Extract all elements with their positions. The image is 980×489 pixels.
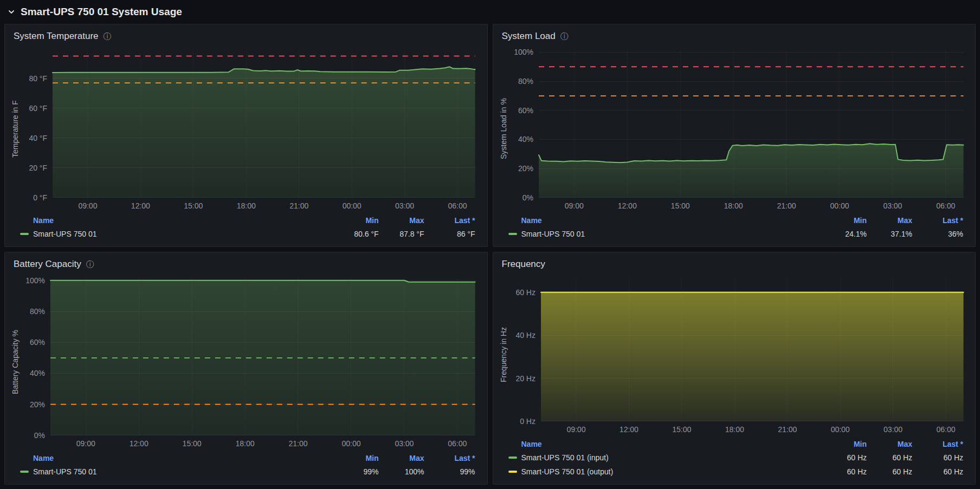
series-name[interactable]: Smart-UPS 750 01 (input): [521, 453, 609, 462]
series-color-swatch[interactable]: [508, 471, 517, 473]
svg-text:0 Hz: 0 Hz: [520, 417, 536, 426]
legend-header-min[interactable]: Min: [817, 216, 867, 225]
series-name[interactable]: Smart-UPS 750 01: [521, 230, 585, 238]
svg-text:100%: 100%: [25, 276, 45, 285]
svg-text:12:00: 12:00: [130, 439, 149, 448]
panel-header: Frequency ⓘ: [493, 252, 976, 272]
y-axis-label: Frequency in Hz: [498, 273, 510, 436]
svg-text:06:00: 06:00: [448, 439, 467, 448]
legend-row: Smart-UPS 750 01 (output) 60 Hz 60 Hz 60…: [508, 465, 964, 479]
legend-header-max[interactable]: Max: [867, 216, 912, 225]
series-name[interactable]: Smart-UPS 750 01: [33, 230, 97, 238]
series-color-swatch[interactable]: [20, 471, 29, 473]
svg-text:09:00: 09:00: [76, 439, 95, 448]
svg-text:21:00: 21:00: [778, 425, 797, 434]
panel-body: Battery Capacity % 0%20%40%60%80%100%09:…: [5, 272, 487, 451]
legend: Name Min Max Last * Smart-UPS 750 01 24.…: [493, 213, 976, 246]
series-last-value: 36%: [912, 230, 963, 238]
panel-title[interactable]: Frequency: [502, 259, 545, 270]
legend-header-last[interactable]: Last *: [424, 454, 475, 462]
legend-header-max[interactable]: Max: [867, 440, 912, 448]
legend-row: Smart-UPS 750 01 80.6 °F 87.8 °F 86 °F: [20, 227, 475, 241]
frequency-chart[interactable]: 0 Hz20 Hz40 Hz60 Hz09:0012:0015:0018:002…: [510, 273, 969, 436]
legend-header-min[interactable]: Min: [329, 454, 379, 462]
series-last-value: 99%: [424, 467, 475, 476]
system-temperature-chart[interactable]: 0 °F20 °F40 °F60 °F80 °F09:0012:0015:001…: [21, 45, 481, 213]
legend-header-min[interactable]: Min: [817, 440, 867, 448]
svg-text:80%: 80%: [518, 77, 533, 86]
system-load-chart[interactable]: 0%20%40%60%80%100%09:0012:0015:0018:0021…: [510, 45, 969, 213]
legend-row: Smart-UPS 750 01 24.1% 37.1% 36%: [508, 227, 964, 241]
svg-text:20%: 20%: [30, 400, 45, 409]
svg-text:100%: 100%: [514, 48, 533, 56]
legend-header-name[interactable]: Name: [508, 216, 817, 225]
svg-text:0 °F: 0 °F: [33, 193, 47, 202]
svg-text:21:00: 21:00: [289, 201, 308, 210]
series-max-value: 60 Hz: [867, 453, 912, 462]
series-toggle[interactable]: Smart-UPS 750 01 (input): [508, 453, 817, 462]
series-color-swatch[interactable]: [508, 233, 517, 235]
chart-canvas: 0%20%40%60%80%100%09:0012:0015:0018:0021…: [21, 273, 481, 451]
svg-text:40%: 40%: [30, 369, 45, 377]
panel-header: Battery Capacity ⓘ: [5, 252, 487, 272]
series-toggle[interactable]: Smart-UPS 750 01: [20, 230, 329, 238]
legend-header-last[interactable]: Last *: [912, 216, 963, 225]
svg-text:20 Hz: 20 Hz: [515, 374, 536, 383]
svg-text:06:00: 06:00: [936, 425, 955, 434]
legend-header-max[interactable]: Max: [379, 454, 424, 462]
series-min-value: 99%: [329, 467, 379, 476]
series-name[interactable]: Smart-UPS 750 01: [33, 467, 97, 476]
series-max-value: 60 Hz: [867, 467, 912, 476]
svg-text:18:00: 18:00: [725, 425, 744, 434]
dashboard-row-header[interactable]: Smart-UPS 750 01 System Usage: [0, 0, 980, 24]
svg-text:00:00: 00:00: [341, 439, 360, 448]
svg-text:03:00: 03:00: [395, 439, 414, 448]
svg-text:60 °F: 60 °F: [29, 104, 47, 113]
svg-text:12:00: 12:00: [131, 201, 150, 210]
series-last-value: 60 Hz: [912, 453, 963, 462]
series-toggle[interactable]: Smart-UPS 750 01 (output): [508, 467, 817, 476]
svg-text:03:00: 03:00: [884, 425, 902, 434]
svg-text:0%: 0%: [34, 431, 45, 440]
svg-text:15:00: 15:00: [184, 201, 203, 210]
series-min-value: 24.1%: [817, 230, 867, 238]
chart-canvas: 0%20%40%60%80%100%09:0012:0015:0018:0021…: [510, 45, 969, 213]
legend-header-row: Name Min Max Last *: [508, 438, 964, 451]
legend: Name Min Max Last * Smart-UPS 750 01 80.…: [5, 213, 487, 246]
battery-capacity-chart[interactable]: 0%20%40%60%80%100%09:0012:0015:0018:0021…: [21, 273, 481, 451]
svg-text:40 Hz: 40 Hz: [515, 331, 536, 340]
series-toggle[interactable]: Smart-UPS 750 01: [20, 467, 329, 476]
legend-header-max[interactable]: Max: [379, 216, 424, 225]
legend-header-min[interactable]: Min: [329, 216, 379, 225]
svg-text:21:00: 21:00: [777, 201, 796, 210]
svg-text:00:00: 00:00: [830, 425, 849, 434]
svg-text:00:00: 00:00: [830, 201, 849, 210]
panel-title[interactable]: Battery Capacity: [14, 259, 81, 270]
svg-text:18:00: 18:00: [236, 439, 255, 448]
legend-header-name[interactable]: Name: [508, 440, 817, 448]
series-color-swatch[interactable]: [508, 457, 517, 459]
legend-row: Smart-UPS 750 01 (input) 60 Hz 60 Hz 60 …: [508, 451, 964, 465]
panel-system-load: System Load ⓘ System Load in % 0%20%40%6…: [493, 24, 976, 247]
legend-header-name[interactable]: Name: [20, 454, 329, 462]
panel-title[interactable]: System Temperature: [14, 31, 99, 42]
series-color-swatch[interactable]: [20, 233, 29, 235]
dashboard-row-title[interactable]: Smart-UPS 750 01 System Usage: [21, 6, 182, 18]
series-name[interactable]: Smart-UPS 750 01 (output): [521, 467, 614, 476]
series-last-value: 86 °F: [424, 230, 475, 238]
chevron-down-icon: [7, 7, 16, 17]
info-icon[interactable]: ⓘ: [104, 32, 112, 40]
legend-row: Smart-UPS 750 01 99% 100% 99%: [20, 465, 475, 479]
legend-header-last[interactable]: Last *: [912, 440, 963, 448]
info-icon[interactable]: ⓘ: [560, 32, 569, 40]
panel-battery-capacity: Battery Capacity ⓘ Battery Capacity % 0%…: [4, 252, 488, 485]
svg-text:20 °F: 20 °F: [29, 164, 47, 172]
svg-text:06:00: 06:00: [448, 201, 467, 210]
svg-text:15:00: 15:00: [672, 425, 691, 434]
panel-title[interactable]: System Load: [502, 31, 556, 42]
svg-text:40%: 40%: [518, 135, 533, 144]
info-icon[interactable]: ⓘ: [86, 260, 94, 268]
legend-header-name[interactable]: Name: [20, 216, 329, 225]
series-toggle[interactable]: Smart-UPS 750 01: [508, 230, 817, 238]
legend-header-last[interactable]: Last *: [424, 216, 475, 225]
